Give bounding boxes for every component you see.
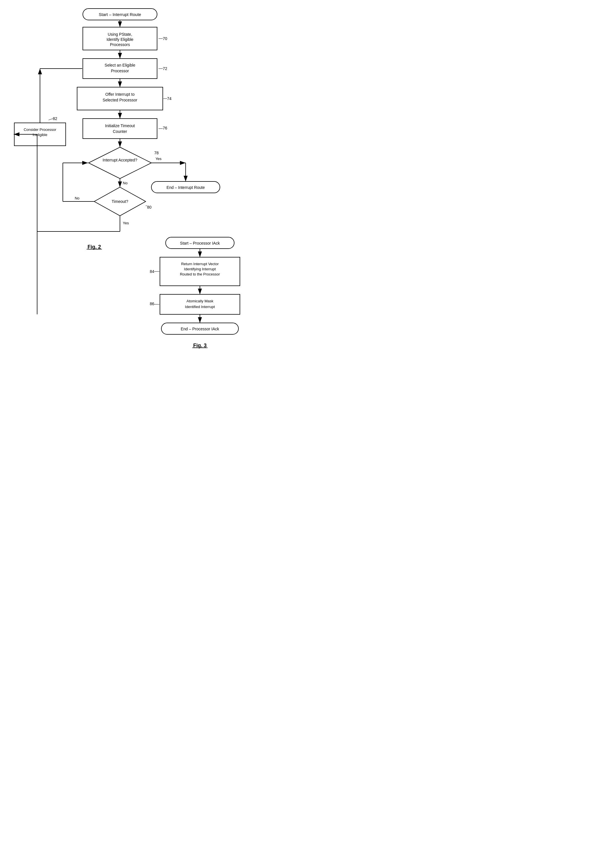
label-72: 72 [163,66,167,71]
label-78: 78 [154,151,159,155]
label-86: 86 [150,301,154,306]
no-label-78: No [123,181,128,185]
interrupt-accepted-diamond [88,147,151,179]
init-timeout-label: Initialize Timeout [105,123,135,128]
no-label-timeout: No [75,196,80,200]
flowchart: Start – Interrupt Route Using PState, Id… [0,0,257,360]
label-74: 74 [167,96,171,101]
label-82: 82 [53,116,57,121]
svg-text:Processor: Processor [111,69,129,73]
identify-processors-label: Using PState, [108,32,132,36]
start-interrupt-route-label: Start – Interrupt Route [99,12,141,17]
svg-text:Identifying Interrupt: Identifying Interrupt [184,267,216,271]
offer-interrupt-label: Offer Interrupt to [105,92,135,97]
timeout-label: Timeout? [112,199,128,204]
svg-text:Identify Eligible: Identify Eligible [107,37,134,42]
select-processor-label: Select an Eligible [105,63,135,68]
svg-text:Counter: Counter [113,129,127,134]
fig2-label: Fig. 2 [87,244,101,250]
svg-text:Processors: Processors [110,42,130,47]
label-80: 80 [147,205,152,209]
fig3-label: Fig. 3 [193,343,206,348]
svg-rect-45 [160,294,240,314]
svg-text:Routed to the Processor: Routed to the Processor [180,272,220,276]
interrupt-accepted-label: Interrupt Accepted? [102,158,137,162]
svg-line-33 [49,118,53,120]
yes-label-timeout: Yes [123,221,129,225]
label-76: 76 [163,126,167,130]
label-70: 70 [163,36,167,41]
end-interrupt-route-label: End – Interrupt Route [167,185,205,190]
yes-label-78: Yes [156,157,162,161]
start-processor-iack-label: Start – Processor IAck [180,241,220,246]
consider-ineligible-label: Consider Processor [24,128,57,132]
svg-rect-40 [160,257,240,286]
atomically-mask-label: Atomically Mask [187,299,213,303]
return-vector-label: Return Interrupt Vector [181,262,219,266]
end-processor-iack-label: End – Processor IAck [181,327,220,331]
svg-rect-16 [83,118,157,139]
svg-text:Ineligible: Ineligible [33,132,47,137]
svg-text:Identified Interrupt: Identified Interrupt [185,305,215,309]
svg-text:Selected Processor: Selected Processor [102,98,137,102]
label-84: 84 [150,269,154,274]
